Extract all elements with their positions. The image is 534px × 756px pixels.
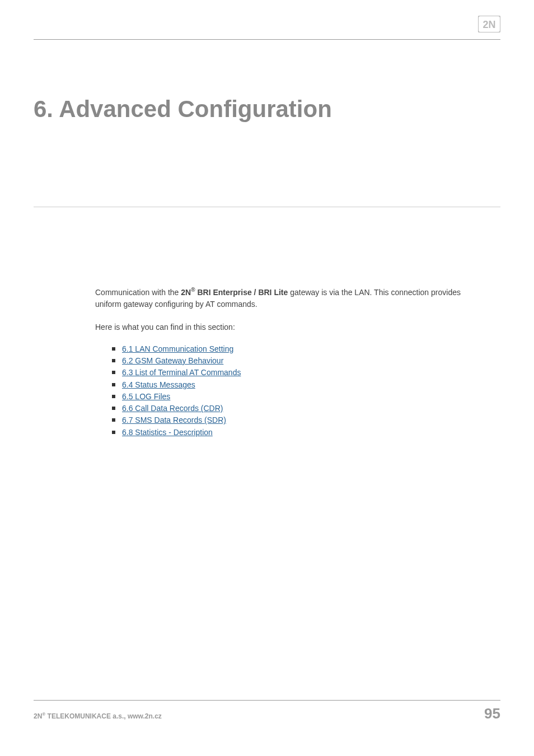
link-gsm-gateway[interactable]: 6.2 GSM Gateway Behaviour: [122, 356, 223, 365]
page-title: 6. Advanced Configuration: [34, 96, 500, 195]
link-call-data-records[interactable]: 6.6 Call Data Records (CDR): [122, 404, 223, 413]
page-footer: 2N® TELEKOMUNIKACE a.s., www.2n.cz 95: [34, 700, 500, 722]
svg-text:2N: 2N: [483, 19, 495, 30]
brand-sup: ®: [191, 287, 195, 293]
list-item: 6.2 GSM Gateway Behaviour: [112, 355, 472, 366]
section-prompt: Here is what you can find in this sectio…: [95, 321, 472, 333]
section-links-list: 6.1 LAN Communication Setting 6.2 GSM Ga…: [112, 343, 472, 438]
list-item: 6.4 Status Messages: [112, 379, 472, 390]
list-item: 6.3 List of Terminal AT Commands: [112, 367, 472, 378]
brand-prefix: 2N: [181, 288, 191, 297]
footer-company: 2N® TELEKOMUNIKACE a.s., www.2n.cz: [34, 712, 162, 720]
intro-paragraph: Communication with the 2N® BRI Enterpris…: [95, 286, 472, 310]
list-item: 6.6 Call Data Records (CDR): [112, 403, 472, 414]
link-lan-communication[interactable]: 6.1 LAN Communication Setting: [122, 344, 233, 353]
brand-logo: 2N: [478, 16, 500, 32]
link-terminal-at-commands[interactable]: 6.3 List of Terminal AT Commands: [122, 368, 241, 377]
header-divider: [34, 39, 500, 40]
list-item: 6.8 Statistics - Description: [112, 427, 472, 438]
brand-name: 2N® BRI Enterprise / BRI Lite: [181, 288, 288, 297]
list-item: 6.5 LOG Files: [112, 391, 472, 402]
link-sms-data-records[interactable]: 6.7 SMS Data Records (SDR): [122, 416, 226, 424]
link-status-messages[interactable]: 6.4 Status Messages: [122, 380, 195, 389]
body-content: Communication with the 2N® BRI Enterpris…: [95, 286, 472, 438]
link-log-files[interactable]: 6.5 LOG Files: [122, 392, 170, 401]
footer-brand-suffix: TELEKOMUNIKACE a.s., www.2n.cz: [45, 712, 162, 720]
list-item: 6.7 SMS Data Records (SDR): [112, 414, 472, 426]
page-number: 95: [484, 705, 500, 722]
brand-suffix: BRI Enterprise / BRI Lite: [195, 288, 288, 297]
list-item: 6.1 LAN Communication Setting: [112, 343, 472, 354]
heading-section: 6. Advanced Configuration: [34, 96, 500, 207]
link-statistics-description[interactable]: 6.8 Statistics - Description: [122, 428, 213, 437]
footer-brand-prefix: 2N: [34, 712, 42, 720]
intro-prefix: Communication with the: [95, 288, 181, 297]
